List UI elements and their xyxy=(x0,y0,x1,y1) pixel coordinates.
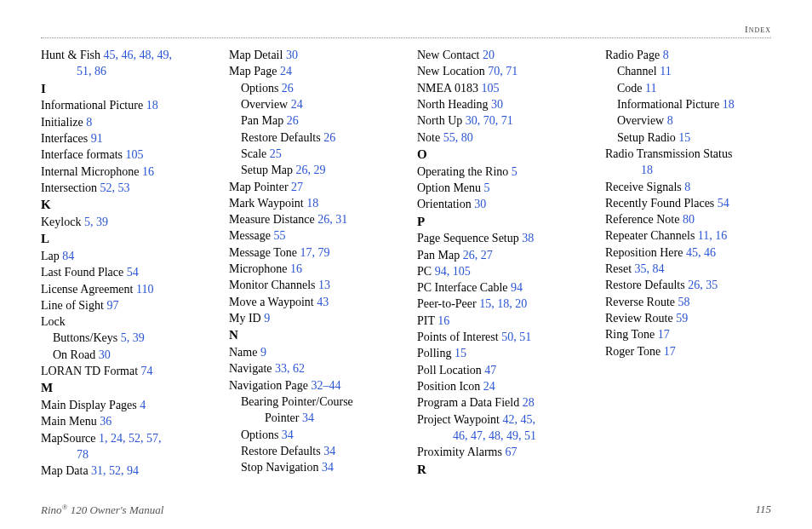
page-footer: Rino® 120 Owner's Manual 115 xyxy=(41,503,771,517)
index-page-link[interactable]: 5, 39 xyxy=(84,216,108,228)
index-page-link[interactable]: 11, 16 xyxy=(698,229,727,242)
index-entry: PC Interface Cable 94 xyxy=(417,279,583,296)
index-page-link[interactable]: 24 xyxy=(483,380,495,393)
index-page-link[interactable]: 84 xyxy=(62,250,74,262)
index-page-link[interactable]: 105 xyxy=(481,82,499,95)
index-page-link[interactable]: 42, 45, xyxy=(503,413,536,426)
index-page-link[interactable]: 59 xyxy=(676,312,688,325)
index-page-link[interactable]: 34 xyxy=(323,445,335,457)
index-page-link[interactable]: 11 xyxy=(645,82,656,95)
index-page-link[interactable]: 94 xyxy=(511,281,523,294)
index-page-link[interactable]: 55, 80 xyxy=(443,131,473,144)
index-page-link[interactable]: 35, 84 xyxy=(635,262,665,275)
index-page-link[interactable]: 24 xyxy=(280,65,292,78)
index-entry: Monitor Channels 13 xyxy=(229,277,395,293)
index-page-link[interactable]: 58 xyxy=(678,296,690,308)
index-page-link[interactable]: 28 xyxy=(523,396,535,409)
index-page-link[interactable]: 1, 24, 52, 57, xyxy=(99,432,162,445)
index-page-link[interactable]: 13 xyxy=(318,279,330,291)
index-page-link[interactable]: 26 xyxy=(282,82,294,95)
index-page-link[interactable]: 8 xyxy=(663,49,669,61)
index-page-link[interactable]: 5 xyxy=(484,181,490,194)
index-page-link[interactable]: 45, 46, 48, 49, xyxy=(104,49,173,61)
index-page-link[interactable]: 8 xyxy=(86,116,92,129)
index-page-link[interactable]: 45, 46 xyxy=(686,246,716,259)
index-page-link[interactable]: 26, 29 xyxy=(296,164,326,176)
index-entry: Message Tone 17, 79 xyxy=(229,244,395,261)
index-page-link[interactable]: 80 xyxy=(683,213,695,226)
index-page-link[interactable]: 54 xyxy=(718,197,729,210)
index-term: License Agreement xyxy=(41,283,133,296)
index-page-link[interactable]: 30 xyxy=(286,49,298,61)
index-page-link[interactable]: 15 xyxy=(455,347,466,359)
index-page-link[interactable]: 26 xyxy=(287,114,299,127)
index-page-link[interactable]: 5, 39 xyxy=(121,331,145,344)
index-page-link[interactable]: 18 xyxy=(306,197,318,210)
index-page-link[interactable]: 16 xyxy=(142,165,154,178)
index-page-link[interactable]: 94, 105 xyxy=(435,265,471,278)
index-page-link[interactable]: 38 xyxy=(522,232,534,244)
index-page-link[interactable]: 51, 86 xyxy=(77,65,106,78)
index-page-link[interactable]: 31, 52, 94 xyxy=(91,464,139,477)
header-rule xyxy=(41,37,771,38)
index-entry: Informational Picture 18 xyxy=(41,97,207,113)
index-page-link[interactable]: 8 xyxy=(684,181,690,193)
index-page-link[interactable]: 4 xyxy=(140,399,146,411)
index-page-link[interactable]: 5 xyxy=(512,165,518,178)
index-page-link[interactable]: 24 xyxy=(291,98,303,111)
index-page-link[interactable]: 20 xyxy=(483,49,495,61)
index-page-link[interactable]: 46, 47, 48, 49, 51 xyxy=(453,429,536,442)
index-page-link[interactable]: 36 xyxy=(100,415,112,428)
index-page-link[interactable]: 54 xyxy=(127,266,139,279)
index-page-link[interactable]: 34 xyxy=(302,411,314,424)
index-page-link[interactable]: 27 xyxy=(291,181,303,193)
index-page-link[interactable]: 8 xyxy=(667,114,673,127)
index-term: Code xyxy=(617,82,643,95)
index-entry: NMEA 0183 105 xyxy=(417,80,583,96)
index-page-link[interactable]: 110 xyxy=(136,283,153,296)
index-page-link[interactable]: 30, 70, 71 xyxy=(466,114,513,127)
index-page-link[interactable]: 30 xyxy=(99,348,111,361)
index-page-link[interactable]: 47 xyxy=(484,364,496,377)
index-page-link[interactable]: 34 xyxy=(282,428,294,441)
index-page-link[interactable]: 52, 53 xyxy=(100,181,130,194)
index-entry: Navigate 33, 62 xyxy=(229,360,395,377)
index-page-link[interactable]: 11 xyxy=(660,65,671,78)
index-page-link[interactable]: 91 xyxy=(91,132,103,145)
index-page-link[interactable]: 17 xyxy=(664,345,676,358)
index-page-link[interactable]: 33, 62 xyxy=(275,362,305,375)
index-page-link[interactable]: 43 xyxy=(317,296,329,308)
index-page-link[interactable]: 34 xyxy=(322,461,334,474)
index-page-link[interactable]: 26, 27 xyxy=(463,249,493,262)
index-page-link[interactable]: 30 xyxy=(474,198,486,210)
index-page-link[interactable]: 67 xyxy=(505,446,517,458)
index-page-link[interactable]: 9 xyxy=(264,312,270,325)
index-page-link[interactable]: 26 xyxy=(323,131,335,144)
index-page-link[interactable]: 17 xyxy=(658,328,670,341)
index-page-link[interactable]: 15 xyxy=(678,131,690,144)
index-page-link[interactable]: 16 xyxy=(290,262,302,275)
index-page-link[interactable]: 70, 71 xyxy=(488,65,518,78)
index-page-link[interactable]: 26, 31 xyxy=(317,213,347,226)
index-page-link[interactable]: 16 xyxy=(437,314,449,327)
index-page-link[interactable]: 17, 79 xyxy=(300,246,330,259)
index-page-link[interactable]: 30 xyxy=(491,98,503,111)
index-term: Proximity Alarms xyxy=(417,446,502,458)
index-page-link[interactable]: 105 xyxy=(126,148,144,161)
index-term: Line of Sight xyxy=(41,299,104,312)
index-page-link[interactable]: 15, 18, 20 xyxy=(479,297,527,310)
index-page-link[interactable]: 97 xyxy=(106,299,118,312)
index-page-link[interactable]: 32–44 xyxy=(311,379,340,392)
index-page-link[interactable]: 18 xyxy=(723,98,735,111)
index-page-link[interactable]: 50, 51 xyxy=(501,331,531,343)
index-page-link[interactable]: 9 xyxy=(260,346,266,359)
index-page-link[interactable]: 74 xyxy=(141,365,153,377)
index-page-link[interactable]: 18 xyxy=(146,99,158,112)
index-page-link[interactable]: 26, 35 xyxy=(688,279,718,291)
index-page-link[interactable]: 25 xyxy=(270,147,282,160)
index-term: New Contact xyxy=(417,49,479,61)
index-page-link[interactable]: 18 xyxy=(641,164,653,176)
index-page-link[interactable]: 55 xyxy=(274,229,286,242)
index-page-link[interactable]: 78 xyxy=(77,448,89,461)
index-entry: Line of Sight 97 xyxy=(41,297,207,313)
